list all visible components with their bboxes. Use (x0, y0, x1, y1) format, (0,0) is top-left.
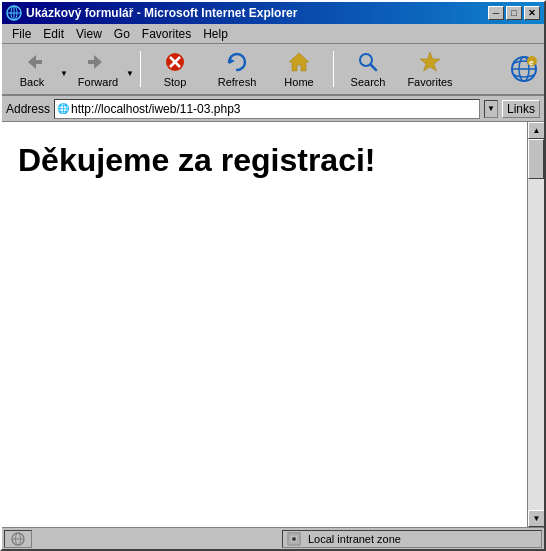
title-bar: Ukázkový formulář - Microsoft Internet E… (2, 2, 544, 24)
page-icon: 🌐 (57, 103, 69, 114)
vertical-scrollbar: ▲ ▼ (527, 122, 544, 527)
back-label: Back (20, 76, 44, 88)
window-title: Ukázkový formulář - Microsoft Internet E… (26, 6, 297, 20)
home-label: Home (284, 76, 313, 88)
back-icon (20, 50, 44, 74)
status-zone-text: Local intranet zone (308, 533, 401, 545)
page-content: Děkujeme za registraci! (2, 122, 527, 527)
browser-icon (6, 5, 22, 21)
ie-logo: e (508, 53, 540, 85)
home-button[interactable]: Home (269, 46, 329, 92)
svg-marker-4 (28, 55, 42, 69)
menu-edit[interactable]: Edit (37, 25, 70, 43)
home-icon (287, 50, 311, 74)
search-button[interactable]: Search (338, 46, 398, 92)
address-input-wrapper[interactable]: 🌐 (54, 99, 480, 119)
forward-button[interactable]: Forward (72, 46, 124, 92)
minimize-button[interactable]: ─ (488, 6, 504, 20)
menu-file[interactable]: File (6, 25, 37, 43)
content-with-scroll: Děkujeme za registraci! ▲ ▼ (2, 122, 544, 527)
scroll-thumb[interactable] (528, 139, 544, 179)
status-bar: Local intranet zone (2, 527, 544, 549)
forward-dropdown[interactable]: ▼ (124, 46, 136, 92)
browser-window: Ukázkový formulář - Microsoft Internet E… (0, 0, 546, 551)
forward-btn-group: Forward ▼ (72, 46, 136, 92)
back-btn-group: Back ▼ (6, 46, 70, 92)
favorites-icon (418, 50, 442, 74)
status-icon-pane (4, 530, 32, 548)
menu-favorites[interactable]: Favorites (136, 25, 197, 43)
toolbar-sep-1 (140, 51, 141, 87)
forward-icon (86, 50, 110, 74)
content-area: Děkujeme za registraci! (2, 122, 527, 527)
favorites-button[interactable]: Favorites (400, 46, 460, 92)
forward-label: Forward (78, 76, 118, 88)
window-controls: ─ □ ✕ (488, 6, 540, 20)
refresh-icon (225, 50, 249, 74)
restore-button[interactable]: □ (506, 6, 522, 20)
stop-button[interactable]: Stop (145, 46, 205, 92)
refresh-button[interactable]: Refresh (207, 46, 267, 92)
svg-marker-9 (229, 58, 235, 64)
svg-line-12 (371, 65, 377, 71)
stop-icon (163, 50, 187, 74)
search-icon (356, 50, 380, 74)
menu-help[interactable]: Help (197, 25, 234, 43)
scroll-up-button[interactable]: ▲ (528, 122, 544, 139)
toolbar: Back ▼ Forward ▼ (2, 44, 544, 96)
back-button[interactable]: Back (6, 46, 58, 92)
menu-bar: File Edit View Go Favorites Help (2, 24, 544, 44)
svg-marker-13 (420, 52, 440, 71)
stop-label: Stop (164, 76, 187, 88)
toolbar-sep-2 (333, 51, 334, 87)
scroll-down-button[interactable]: ▼ (528, 510, 544, 527)
menu-go[interactable]: Go (108, 25, 136, 43)
address-bar: Address 🌐 ▼ Links (2, 96, 544, 122)
address-dropdown[interactable]: ▼ (484, 100, 498, 118)
svg-marker-5 (88, 55, 102, 69)
page-heading: Děkujeme za registraci! (18, 142, 511, 179)
svg-point-24 (292, 537, 296, 541)
svg-marker-10 (289, 53, 309, 71)
refresh-label: Refresh (218, 76, 257, 88)
search-label: Search (351, 76, 386, 88)
back-dropdown[interactable]: ▼ (58, 46, 70, 92)
menu-view[interactable]: View (70, 25, 108, 43)
address-label: Address (6, 102, 50, 116)
scroll-track[interactable] (528, 139, 544, 510)
status-zone-pane: Local intranet zone (282, 530, 542, 548)
links-button[interactable]: Links (502, 100, 540, 118)
favorites-label: Favorites (407, 76, 452, 88)
close-button[interactable]: ✕ (524, 6, 540, 20)
svg-text:e: e (529, 58, 534, 67)
title-bar-left: Ukázkový formulář - Microsoft Internet E… (6, 5, 297, 21)
address-input[interactable] (71, 102, 477, 116)
